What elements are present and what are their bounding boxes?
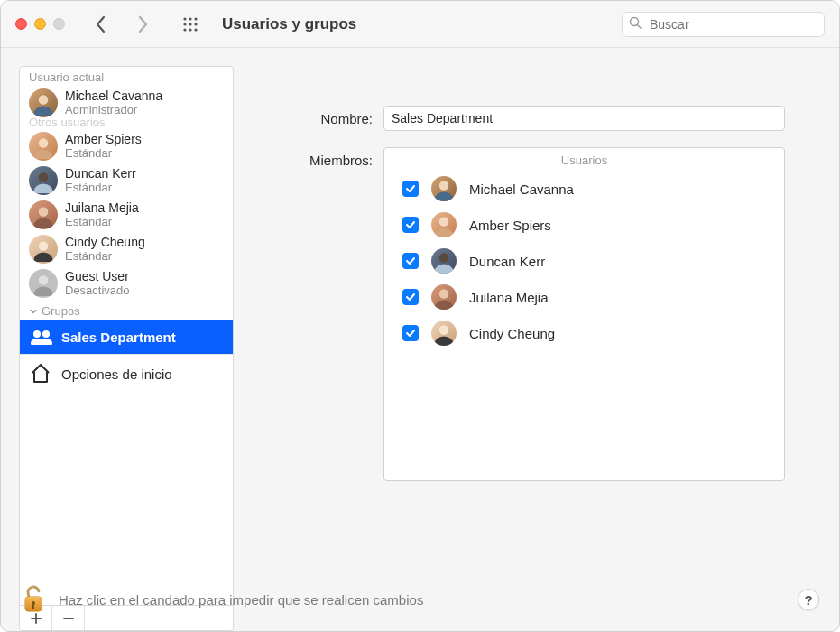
svg-point-30: [435, 228, 454, 238]
sidebar-user[interactable]: Juilana Mejia Estándar: [20, 198, 233, 232]
preferences-window: Usuarios y grupos Usuario actual Michael…: [0, 0, 840, 632]
avatar: [29, 200, 58, 229]
svg-point-35: [439, 325, 449, 335]
sidebar-user[interactable]: Duncan Kerr Estándar: [20, 163, 233, 198]
member-name: Michael Cavanna: [469, 181, 574, 197]
avatar: [29, 88, 58, 117]
svg-point-33: [439, 289, 449, 299]
close-window-button[interactable]: [15, 18, 27, 30]
svg-point-15: [39, 172, 49, 182]
sidebar: Usuario actual Michael Cavanna Administr…: [19, 66, 234, 631]
search-wrap: [622, 12, 825, 37]
nav-arrows: [87, 11, 157, 38]
svg-point-28: [435, 192, 454, 202]
lock-text: Haz clic en el candado para impedir que …: [59, 592, 423, 608]
member-name: Cindy Cheung: [469, 326, 555, 341]
user-name: Duncan Kerr: [65, 166, 136, 181]
name-label: Nombre:: [266, 111, 383, 126]
member-checkbox[interactable]: [402, 181, 419, 197]
svg-line-10: [638, 24, 642, 28]
user-name: Cindy Cheung: [65, 235, 145, 249]
member-checkbox[interactable]: [402, 253, 419, 269]
login-options-label: Opciones de inicio: [61, 367, 172, 382]
member-checkbox[interactable]: [402, 289, 419, 305]
svg-rect-40: [32, 604, 34, 609]
user-role: Estándar: [65, 147, 142, 161]
svg-point-12: [34, 107, 53, 116]
sidebar-section-groups[interactable]: Grupos: [20, 301, 233, 320]
svg-point-8: [194, 28, 197, 31]
avatar: [29, 132, 58, 161]
minimize-window-button[interactable]: [34, 18, 46, 30]
member-checkbox[interactable]: [402, 325, 419, 341]
sidebar-user[interactable]: Cindy Cheung Estándar: [20, 232, 233, 266]
titlebar: Usuarios y grupos: [1, 1, 839, 48]
user-name: Juilana Mejia: [65, 200, 139, 215]
avatar: [431, 248, 457, 274]
home-icon: [29, 362, 54, 386]
svg-point-24: [42, 330, 50, 338]
help-button[interactable]: ?: [798, 589, 819, 610]
chevron-down-icon: [29, 307, 38, 316]
svg-point-22: [34, 287, 53, 297]
members-list: Usuarios Michael Cavanna Amber Spiers: [383, 147, 785, 481]
members-row: Miembros: Usuarios Michael Cavanna Amber…: [266, 147, 785, 481]
maximize-window-button[interactable]: [53, 18, 65, 30]
avatar: [29, 166, 58, 195]
svg-point-13: [39, 138, 49, 148]
svg-point-34: [435, 301, 454, 311]
user-role: Estándar: [65, 250, 145, 264]
login-options-button[interactable]: Opciones de inicio: [20, 354, 233, 393]
svg-point-0: [183, 17, 186, 20]
member-row[interactable]: Juilana Mejia: [384, 279, 784, 315]
window-title: Usuarios y grupos: [222, 15, 356, 33]
member-name: Amber Spiers: [469, 218, 551, 233]
avatar: [431, 212, 457, 237]
avatar: [29, 269, 58, 298]
search-input[interactable]: [622, 12, 825, 37]
user-name: Michael Cavanna: [65, 88, 162, 103]
avatar: [431, 176, 457, 201]
groups-header-label: Grupos: [42, 304, 80, 318]
user-role: Estándar: [65, 216, 139, 229]
member-name: Duncan Kerr: [469, 254, 545, 269]
show-all-prefs-button[interactable]: [177, 11, 204, 38]
members-column-header: Usuarios: [384, 148, 784, 171]
members-label: Miembros:: [266, 147, 383, 168]
svg-point-6: [183, 28, 186, 31]
main-panel: Nombre: Miembros: Usuarios Michael Cavan…: [250, 66, 821, 631]
back-button[interactable]: [87, 11, 114, 38]
member-checkbox[interactable]: [402, 217, 419, 233]
user-role: Estándar: [65, 181, 136, 195]
forward-button[interactable]: [130, 11, 157, 38]
lock-bar: Haz clic en el candado para impedir que …: [1, 572, 839, 631]
avatar: [29, 235, 58, 264]
svg-point-16: [34, 184, 53, 194]
svg-point-4: [189, 23, 191, 25]
svg-point-31: [439, 253, 449, 263]
sidebar-user-guest[interactable]: Guest User Desactivado: [20, 266, 233, 301]
svg-point-14: [34, 150, 53, 160]
svg-point-20: [34, 253, 53, 263]
svg-point-3: [183, 23, 186, 25]
member-row[interactable]: Amber Spiers: [384, 207, 784, 243]
member-row[interactable]: Michael Cavanna: [384, 171, 784, 207]
svg-point-17: [39, 207, 49, 217]
svg-point-18: [34, 218, 53, 228]
unlocked-padlock-icon[interactable]: [21, 584, 46, 615]
member-row[interactable]: Cindy Cheung: [384, 315, 784, 351]
svg-point-2: [194, 17, 197, 20]
user-name: Guest User: [65, 269, 130, 283]
search-icon: [629, 16, 642, 33]
sidebar-user[interactable]: Amber Spiers Estándar: [20, 129, 233, 163]
member-row[interactable]: Duncan Kerr: [384, 243, 784, 279]
sidebar-group-selected[interactable]: Sales Department: [20, 320, 233, 354]
group-name-input[interactable]: [383, 106, 785, 131]
traffic-lights: [15, 18, 65, 30]
group-icon: [29, 327, 54, 347]
sidebar-section-current-user: Usuario actual: [20, 67, 233, 86]
svg-point-36: [435, 337, 454, 347]
svg-point-19: [39, 241, 49, 251]
avatar: [431, 284, 457, 310]
name-row: Nombre:: [266, 106, 785, 131]
